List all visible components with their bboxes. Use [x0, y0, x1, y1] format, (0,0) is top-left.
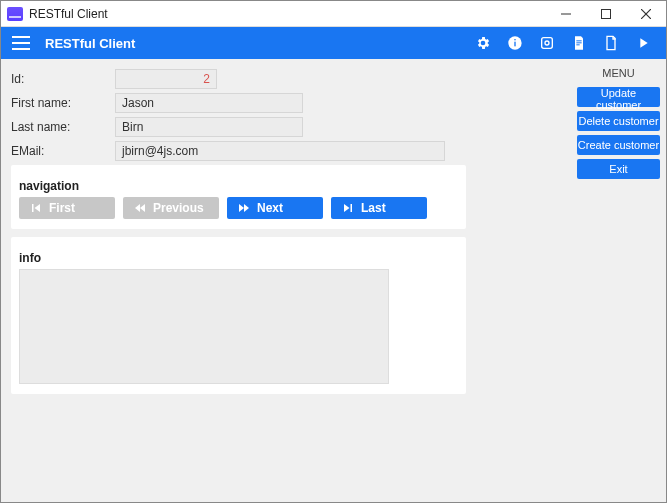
document-icon [571, 35, 587, 51]
last-button[interactable]: Last [331, 197, 427, 219]
menu-title: MENU [577, 67, 660, 79]
toolbar [474, 34, 666, 52]
svg-rect-8 [514, 42, 515, 47]
minimize-button[interactable] [546, 1, 586, 26]
next-label: Next [257, 201, 283, 215]
svg-rect-12 [576, 40, 581, 41]
window: RESTful Client RESTful Client [0, 0, 667, 503]
first-button: First [19, 197, 115, 219]
info-textarea[interactable] [19, 269, 389, 384]
svg-marker-22 [344, 204, 350, 212]
svg-rect-1 [602, 9, 611, 18]
svg-point-11 [545, 41, 549, 45]
email-field[interactable]: jbirn@4js.com [115, 141, 445, 161]
side-menu: MENU Update customer Delete customer Cre… [571, 59, 666, 502]
svg-rect-5 [12, 42, 30, 44]
row-id: Id: 2 [11, 67, 561, 91]
row-first-name: First name: Jason [11, 91, 561, 115]
label-first-name: First name: [11, 96, 115, 110]
last-name-field[interactable]: Birn [115, 117, 303, 137]
next-button[interactable]: Next [227, 197, 323, 219]
svg-marker-15 [640, 38, 647, 47]
navigation-buttons: First Previous Next Last [19, 197, 458, 219]
first-label: First [49, 201, 75, 215]
first-icon [29, 202, 43, 214]
title-bar: RESTful Client [1, 1, 666, 27]
customer-form: Id: 2 First name: Jason Last name: Birn … [11, 67, 561, 163]
svg-marker-17 [35, 204, 41, 212]
app-bar: RESTful Client [1, 27, 666, 59]
previous-button: Previous [123, 197, 219, 219]
svg-marker-20 [239, 204, 244, 212]
svg-rect-6 [12, 48, 30, 50]
settings-button[interactable] [474, 34, 492, 52]
badge-gear-icon [539, 35, 555, 51]
svg-rect-14 [576, 44, 579, 45]
row-email: EMail: jbirn@4js.com [11, 139, 561, 163]
body: Id: 2 First name: Jason Last name: Birn … [1, 59, 666, 502]
gear-icon [475, 35, 491, 51]
first-name-value: Jason [122, 96, 154, 110]
svg-rect-16 [32, 204, 34, 212]
app-title: RESTful Client [41, 36, 474, 51]
svg-marker-21 [244, 204, 249, 212]
svg-rect-13 [576, 42, 581, 43]
svg-rect-23 [351, 204, 353, 212]
svg-rect-10 [542, 38, 553, 49]
navigation-title: navigation [19, 179, 458, 193]
last-icon [341, 202, 355, 214]
close-button[interactable] [626, 1, 666, 26]
update-customer-button[interactable]: Update customer [577, 87, 660, 107]
info-title: info [19, 251, 458, 265]
app-icon [7, 7, 23, 21]
first-name-field[interactable]: Jason [115, 93, 303, 113]
info-icon [507, 35, 523, 51]
email-value: jbirn@4js.com [122, 144, 198, 158]
info-button[interactable] [506, 34, 524, 52]
svg-rect-9 [514, 39, 515, 40]
window-controls [546, 1, 666, 26]
window-title: RESTful Client [29, 7, 546, 21]
tools-button[interactable] [538, 34, 556, 52]
info-panel: info [11, 237, 466, 394]
menu-button[interactable] [1, 27, 41, 59]
row-last-name: Last name: Birn [11, 115, 561, 139]
id-field[interactable]: 2 [115, 69, 217, 89]
previous-label: Previous [153, 201, 204, 215]
document-button[interactable] [570, 34, 588, 52]
next-icon [237, 202, 251, 214]
label-id: Id: [11, 72, 115, 86]
minimize-icon [561, 9, 571, 19]
label-email: EMail: [11, 144, 115, 158]
new-document-icon [603, 35, 619, 51]
maximize-icon [601, 9, 611, 19]
new-document-button[interactable] [602, 34, 620, 52]
svg-rect-4 [12, 36, 30, 38]
svg-marker-18 [135, 204, 140, 212]
label-last-name: Last name: [11, 120, 115, 134]
hamburger-icon [12, 36, 30, 50]
run-button[interactable] [634, 34, 652, 52]
id-value: 2 [203, 72, 210, 86]
last-name-value: Birn [122, 120, 143, 134]
close-icon [641, 9, 651, 19]
previous-icon [133, 202, 147, 214]
navigation-panel: navigation First Previous Next [11, 165, 466, 229]
main-panel: Id: 2 First name: Jason Last name: Birn … [1, 59, 571, 502]
create-customer-button[interactable]: Create customer [577, 135, 660, 155]
play-icon [635, 35, 651, 51]
exit-button[interactable]: Exit [577, 159, 660, 179]
maximize-button[interactable] [586, 1, 626, 26]
delete-customer-button[interactable]: Delete customer [577, 111, 660, 131]
svg-rect-0 [561, 13, 571, 14]
last-label: Last [361, 201, 386, 215]
svg-marker-19 [140, 204, 145, 212]
